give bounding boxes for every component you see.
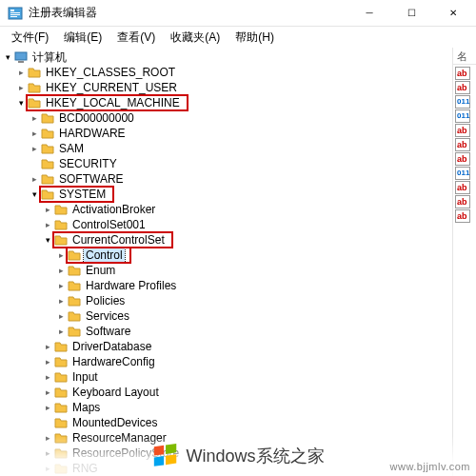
folder-icon bbox=[54, 431, 68, 445]
watermark-url: www.bjjmlv.com bbox=[390, 461, 470, 472]
tree-pane[interactable]: ▾ 计算机 ▸ HKEY_CLASSES_ROOT ▸ HKEY_CURRENT… bbox=[0, 48, 453, 476]
expand-icon[interactable]: ▸ bbox=[42, 432, 53, 444]
reg-binary-icon: 011 bbox=[455, 167, 470, 180]
tree-node-hardware[interactable]: ▸ HARDWARE bbox=[2, 126, 452, 141]
expand-icon[interactable]: ▾ bbox=[29, 188, 40, 200]
expand-icon[interactable]: ▸ bbox=[42, 341, 53, 352]
expand-icon[interactable]: ▸ bbox=[29, 128, 40, 139]
tree-label: RNG bbox=[70, 461, 100, 476]
tree-node-system[interactable]: ▾ SYSTEM bbox=[2, 187, 452, 202]
tree-node-input[interactable]: ▸ Input bbox=[2, 369, 452, 385]
folder-icon bbox=[28, 81, 41, 94]
tree-node-hwprofiles[interactable]: ▸ Hardware Profiles bbox=[2, 278, 452, 293]
folder-icon bbox=[68, 325, 81, 338]
minimize-button[interactable]: ─ bbox=[348, 0, 390, 27]
tree-label: SAM bbox=[57, 141, 86, 156]
expand-icon[interactable]: ▸ bbox=[55, 310, 67, 322]
tree-label: ResourceManager bbox=[70, 430, 169, 446]
tree-node-maps[interactable]: ▸ Maps bbox=[2, 400, 452, 415]
svg-rect-3 bbox=[10, 14, 20, 15]
tree-node-resourcepolicystore[interactable]: ▸ ResourcePolicyStore bbox=[2, 446, 452, 461]
tree-node-software-hklm[interactable]: ▸ SOFTWARE bbox=[2, 171, 452, 187]
folder-icon bbox=[54, 401, 68, 414]
tree-node-policies[interactable]: ▸ Policies bbox=[2, 293, 452, 308]
tree-node-resourcemanager[interactable]: ▸ ResourceManager bbox=[2, 430, 452, 446]
tree-node-hklm[interactable]: ▾ HKEY_LOCAL_MACHINE bbox=[2, 95, 452, 110]
tree-node-hkcu[interactable]: ▸ HKEY_CURRENT_USER bbox=[2, 80, 452, 95]
spacer-icon bbox=[29, 158, 40, 169]
tree-node-enum[interactable]: ▸ Enum bbox=[2, 263, 452, 278]
expand-icon[interactable]: ▸ bbox=[55, 295, 67, 307]
expand-icon[interactable]: ▸ bbox=[15, 67, 27, 78]
close-button[interactable]: ✕ bbox=[432, 0, 474, 27]
expand-icon[interactable]: ▸ bbox=[15, 82, 27, 93]
menu-file[interactable]: 文件(F) bbox=[6, 28, 54, 48]
expand-icon[interactable]: ▸ bbox=[42, 463, 53, 474]
menu-edit[interactable]: 编辑(E) bbox=[58, 28, 108, 48]
expand-icon[interactable]: ▸ bbox=[55, 265, 67, 276]
menu-favorites[interactable]: 收藏夹(A) bbox=[165, 28, 226, 48]
tree-node-mounteddevices[interactable]: MountedDevices bbox=[2, 415, 452, 430]
tree-label: HardwareConfig bbox=[70, 354, 157, 369]
svg-rect-4 bbox=[10, 16, 17, 17]
tree-node-software-ccs[interactable]: ▸ Software bbox=[2, 324, 452, 339]
expand-icon[interactable]: ▸ bbox=[42, 219, 53, 230]
tree-label: DriverDatabase bbox=[70, 339, 153, 354]
expand-icon[interactable]: ▾ bbox=[2, 51, 13, 63]
expand-icon[interactable]: ▸ bbox=[42, 447, 53, 459]
expand-icon[interactable]: ▸ bbox=[42, 204, 53, 215]
tree-node-activationbroker[interactable]: ▸ ActivationBroker bbox=[2, 202, 452, 217]
tree-label: CurrentControlSet bbox=[70, 232, 167, 248]
tree-node-rng[interactable]: ▸ RNG bbox=[2, 461, 452, 476]
tree-node-services[interactable]: ▸ Services bbox=[2, 308, 452, 324]
tree-label: HKEY_CURRENT_USER bbox=[44, 80, 179, 95]
reg-binary-icon: 011 bbox=[455, 109, 470, 123]
expand-icon[interactable]: ▾ bbox=[42, 234, 53, 246]
expand-icon[interactable]: ▸ bbox=[29, 173, 40, 185]
tree-node-currentcontrolset[interactable]: ▾ CurrentControlSet bbox=[2, 232, 452, 248]
folder-icon bbox=[54, 340, 68, 353]
expand-icon[interactable]: ▸ bbox=[55, 326, 67, 337]
tree-node-keyboardlayout[interactable]: ▸ Keyboard Layout bbox=[2, 385, 452, 400]
svg-rect-5 bbox=[15, 52, 27, 60]
value-icons: ab ab 011 011 ab ab ab 011 ab ab ab bbox=[453, 65, 476, 226]
maximize-button[interactable]: ☐ bbox=[390, 0, 432, 27]
expand-icon[interactable]: ▾ bbox=[15, 97, 27, 109]
expand-icon[interactable]: ▸ bbox=[55, 249, 67, 261]
tree-node-control[interactable]: ▸ Control bbox=[2, 248, 452, 263]
folder-icon bbox=[68, 309, 81, 323]
reg-sz-icon: ab bbox=[455, 124, 470, 137]
regedit-icon bbox=[8, 6, 23, 21]
svg-rect-6 bbox=[18, 61, 24, 63]
tree-label: ResourcePolicyStore bbox=[70, 446, 181, 461]
values-pane: 名 ab ab 011 011 ab ab ab 011 ab ab ab bbox=[453, 48, 476, 476]
tree-node-computer[interactable]: ▾ 计算机 bbox=[2, 50, 452, 65]
expand-icon[interactable]: ▸ bbox=[29, 143, 40, 154]
tree-node-driverdatabase[interactable]: ▸ DriverDatabase bbox=[2, 339, 452, 354]
tree-label: Keyboard Layout bbox=[70, 385, 161, 400]
expand-icon[interactable]: ▸ bbox=[55, 280, 67, 291]
spacer-icon bbox=[42, 417, 53, 428]
menu-view[interactable]: 查看(V) bbox=[111, 28, 161, 48]
menu-help[interactable]: 帮助(H) bbox=[229, 28, 280, 48]
column-header-name[interactable]: 名 bbox=[453, 48, 476, 65]
tree-node-sam[interactable]: ▸ SAM bbox=[2, 141, 452, 156]
tree-node-hkcr[interactable]: ▸ HKEY_CLASSES_ROOT bbox=[2, 65, 452, 80]
folder-icon bbox=[54, 233, 68, 247]
tree-node-bcd[interactable]: ▸ BCD00000000 bbox=[2, 110, 452, 126]
tree-node-controlset001[interactable]: ▸ ControlSet001 bbox=[2, 217, 452, 232]
folder-icon bbox=[41, 111, 54, 125]
tree-label: Maps bbox=[70, 400, 102, 415]
expand-icon[interactable]: ▸ bbox=[29, 112, 40, 124]
tree-node-hardwareconfig[interactable]: ▸ HardwareConfig bbox=[2, 354, 452, 369]
tree-label: SYSTEM bbox=[57, 187, 108, 202]
expand-icon[interactable]: ▸ bbox=[42, 356, 53, 367]
tree-label: BCD00000000 bbox=[57, 110, 136, 126]
expand-icon[interactable]: ▸ bbox=[42, 402, 53, 413]
expand-icon[interactable]: ▸ bbox=[42, 387, 53, 398]
reg-sz-icon: ab bbox=[455, 181, 470, 194]
tree-node-security[interactable]: SECURITY bbox=[2, 156, 452, 171]
tree-label: Services bbox=[84, 308, 131, 324]
tree-label: Software bbox=[84, 324, 132, 339]
expand-icon[interactable]: ▸ bbox=[42, 371, 53, 383]
